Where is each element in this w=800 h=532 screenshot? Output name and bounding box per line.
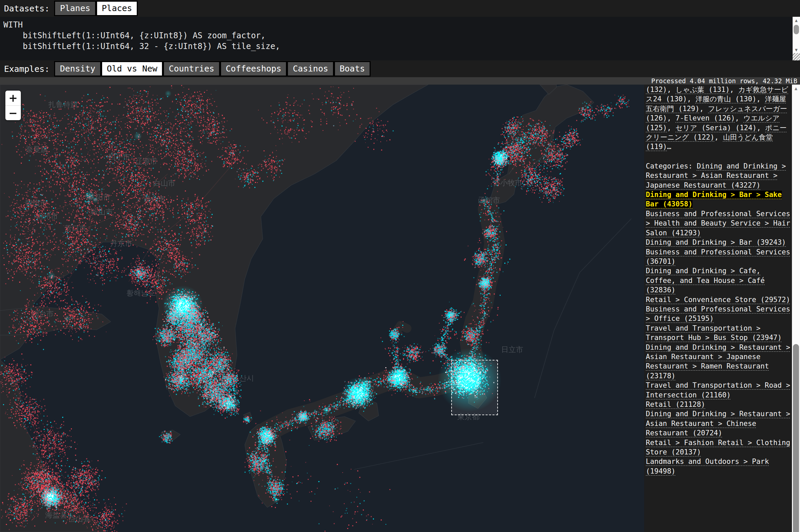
category-link[interactable]: Dining and Drinking > Cafe, Coffee, and … bbox=[646, 267, 765, 294]
sidebar-content: (132), しゃぶ葉 (131), カギ救急サービス24 (130), 洋服の… bbox=[644, 84, 792, 532]
datasets-label: Datasets: bbox=[4, 4, 49, 14]
category-link[interactable]: Dining and Drinking > Restaurant > Asian… bbox=[646, 343, 790, 380]
category-link[interactable]: Landmarks and Outdoors > Park (19498) bbox=[646, 457, 769, 475]
sidebar: (132), しゃぶ葉 (131), カギ救急サービス24 (130), 洋服の… bbox=[644, 84, 800, 532]
scroll-down-icon[interactable]: ▼ bbox=[793, 46, 800, 53]
zoom-in-button[interactable]: + bbox=[5, 91, 21, 106]
map-canvas[interactable] bbox=[0, 84, 644, 532]
brand-link[interactable]: 7-Eleven (126) bbox=[676, 114, 735, 122]
brand-link[interactable]: しゃぶ葉 (131) bbox=[676, 86, 730, 94]
example-button-countries[interactable]: Countries bbox=[164, 62, 219, 76]
categories-label: Categories: bbox=[646, 162, 697, 170]
brand-link[interactable]: (132) bbox=[646, 86, 667, 94]
sidebar-scrollbar-thumb[interactable] bbox=[793, 344, 799, 532]
example-button-coffeeshops[interactable]: Coffeeshops bbox=[221, 62, 286, 76]
category-link[interactable]: Travel and Transportation > Road > Inter… bbox=[646, 381, 790, 399]
status-bar: Processed 4.04 million rows, 42.32 MiB bbox=[0, 77, 800, 84]
brand-link[interactable]: セリア (Seria) (124) bbox=[676, 124, 757, 132]
scroll-up-icon[interactable]: ▲ bbox=[793, 17, 800, 23]
sidebar-scrollbar[interactable]: ▲ bbox=[792, 84, 800, 532]
map[interactable]: + − bbox=[0, 84, 644, 532]
categories-list: Categories: Dining and Drinking > Restau… bbox=[646, 162, 790, 476]
category-link[interactable]: Dining and Drinking > Bar (39243) bbox=[646, 238, 786, 246]
datasets-button-group: PlanesPlaces bbox=[54, 1, 138, 16]
category-link[interactable]: Dining and Drinking > Restaurant > Asian… bbox=[646, 410, 790, 437]
top-brands-list: (132), しゃぶ葉 (131), カギ救急サービス24 (130), 洋服の… bbox=[646, 85, 790, 152]
category-link[interactable]: Travel and Transportation > Transport Hu… bbox=[646, 324, 782, 342]
category-link[interactable]: Business and Professional Services > Hea… bbox=[646, 210, 790, 237]
brand-link[interactable]: 洋服の青山 (130) bbox=[695, 95, 756, 103]
dataset-button-planes[interactable]: Planes bbox=[55, 2, 95, 15]
example-button-casinos[interactable]: Casinos bbox=[288, 62, 333, 76]
tile-selection-box bbox=[451, 360, 498, 415]
category-link[interactable]: Business and Professional Services > Off… bbox=[646, 305, 790, 323]
resize-grip-icon[interactable] bbox=[793, 53, 800, 60]
examples-button-group: DensityOld vs NewCountriesCoffeeshopsCas… bbox=[54, 61, 370, 77]
query-editor[interactable]: WITH bitShiftLeft(1::UInt64, {z:UInt8}) … bbox=[0, 17, 793, 60]
dataset-button-places[interactable]: Places bbox=[97, 2, 137, 15]
example-button-density[interactable]: Density bbox=[55, 62, 100, 76]
main-area: + − (132), しゃぶ葉 (131), カギ救急サービス24 (130),… bbox=[0, 84, 800, 532]
category-link-selected[interactable]: Dining and Drinking > Bar > Sake Bar (43… bbox=[646, 191, 782, 208]
examples-label: Examples: bbox=[4, 64, 49, 74]
example-button-old-vs-new[interactable]: Old vs New bbox=[102, 62, 162, 76]
category-link[interactable]: Retail > Convenience Store (29572) bbox=[646, 296, 790, 304]
category-link[interactable]: Business and Professional Services (3670… bbox=[646, 248, 790, 266]
scroll-up-icon[interactable]: ▲ bbox=[792, 84, 800, 92]
zoom-out-button[interactable]: − bbox=[5, 106, 21, 120]
datasets-bar: Datasets: PlanesPlaces bbox=[0, 0, 800, 17]
status-text: Processed 4.04 million rows, 42.32 MiB bbox=[651, 77, 797, 84]
example-button-boats[interactable]: Boats bbox=[335, 62, 369, 76]
editor-scrollbar[interactable]: ▲ ▼ bbox=[793, 17, 800, 60]
query-editor-row: WITH bitShiftLeft(1::UInt64, {z:UInt8}) … bbox=[0, 17, 800, 60]
category-link[interactable]: Retail > Fashion Retail > Clothing Store… bbox=[646, 439, 790, 456]
examples-bar: Examples: DensityOld vs NewCountriesCoff… bbox=[0, 60, 800, 77]
zoom-control: + − bbox=[5, 91, 21, 120]
editor-scrollbar-thumb[interactable] bbox=[794, 25, 799, 34]
category-link[interactable]: Retail (21128) bbox=[646, 400, 705, 408]
